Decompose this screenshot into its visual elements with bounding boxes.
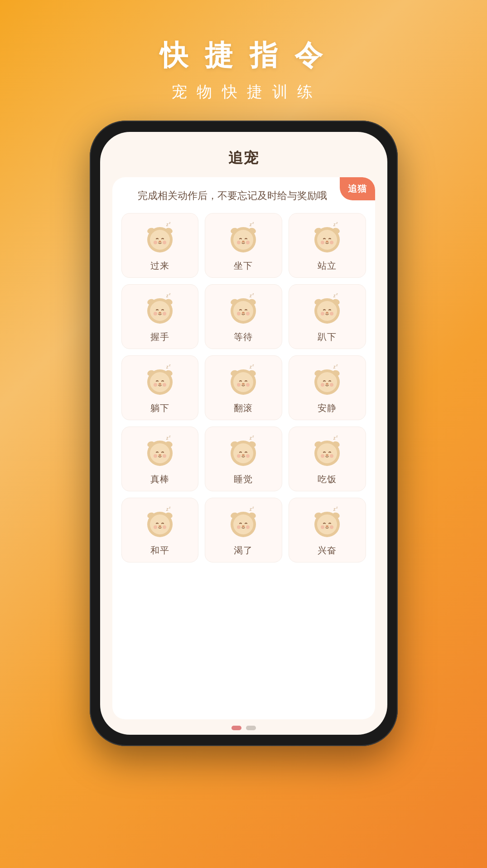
svg-point-79 — [321, 383, 324, 387]
svg-text:z: z — [333, 364, 336, 370]
svg-point-8 — [163, 241, 166, 244]
command-item[interactable]: z z 和平 — [121, 498, 199, 563]
svg-text:z: z — [166, 364, 169, 370]
svg-point-6 — [159, 241, 161, 242]
svg-text:z: z — [336, 505, 338, 509]
svg-point-16 — [237, 241, 241, 244]
svg-point-106 — [321, 454, 324, 458]
svg-point-88 — [154, 454, 157, 458]
command-label: 坐下 — [234, 260, 253, 272]
svg-point-96 — [242, 454, 245, 456]
command-label: 真棒 — [150, 473, 169, 485]
phone-screen: 追宠 追猫 完成相关动作后，不要忘记及时给与奖励哦 z z — [100, 132, 387, 735]
svg-point-43 — [237, 312, 241, 315]
command-label: 过来 — [150, 260, 169, 272]
svg-point-61 — [154, 383, 157, 387]
svg-point-25 — [321, 241, 324, 244]
pagination-dot-active — [231, 726, 241, 730]
pagination-dot-inactive — [246, 726, 256, 730]
pet-icon: z z — [142, 362, 178, 398]
svg-point-57 — [150, 372, 170, 392]
commands-grid: z z 过来 z z — [121, 213, 366, 563]
svg-point-69 — [242, 383, 245, 385]
svg-point-39 — [233, 301, 253, 321]
svg-text:z: z — [169, 291, 171, 296]
svg-point-24 — [326, 241, 328, 242]
svg-text:z: z — [252, 434, 254, 438]
svg-point-107 — [330, 454, 333, 458]
command-item[interactable]: z z 真棒 — [121, 427, 199, 491]
command-label: 站立 — [318, 260, 337, 272]
command-item[interactable]: z z 等待 — [205, 284, 282, 349]
svg-text:z: z — [333, 221, 336, 228]
pet-icon: z z — [225, 220, 261, 256]
svg-text:z: z — [252, 291, 254, 296]
command-item[interactable]: z z 躺下 — [121, 355, 199, 420]
svg-text:z: z — [252, 220, 254, 225]
svg-text:z: z — [336, 220, 338, 225]
svg-point-75 — [317, 372, 337, 392]
svg-text:z: z — [336, 434, 338, 438]
svg-point-133 — [321, 525, 324, 529]
svg-point-89 — [163, 454, 166, 458]
command-item[interactable]: z z 翻滚 — [205, 355, 282, 420]
pet-icon: z z — [225, 291, 261, 327]
command-label: 躺下 — [150, 402, 169, 414]
command-item[interactable]: z z 站立 — [289, 213, 366, 278]
command-item[interactable]: z z 安静 — [289, 355, 366, 420]
svg-point-60 — [159, 383, 161, 385]
svg-point-97 — [237, 454, 241, 458]
pagination — [231, 726, 256, 730]
pet-icon: z z — [142, 291, 178, 327]
svg-point-111 — [150, 514, 170, 534]
screen-title: 追宠 — [228, 148, 259, 168]
pet-icon: z z — [309, 433, 345, 470]
svg-text:z: z — [166, 506, 169, 512]
svg-text:z: z — [252, 363, 254, 367]
pet-icon: z z — [309, 504, 345, 541]
svg-text:z: z — [336, 363, 338, 367]
svg-text:z: z — [169, 220, 171, 225]
svg-point-35 — [163, 312, 166, 315]
command-item[interactable]: z z 趴下 — [289, 284, 366, 349]
svg-point-93 — [233, 443, 253, 463]
pet-icon: z z — [309, 220, 345, 256]
svg-text:z: z — [166, 221, 169, 228]
svg-point-71 — [246, 383, 250, 387]
svg-point-30 — [150, 301, 170, 321]
command-label: 睡觉 — [234, 473, 253, 485]
command-label: 趴下 — [318, 331, 337, 343]
main-subtitle: 宠 物 快 捷 训 练 — [160, 82, 328, 102]
header: 快 捷 指 令 宠 物 快 捷 训 练 — [160, 0, 328, 102]
command-item[interactable]: z z 睡觉 — [205, 427, 282, 491]
svg-text:z: z — [249, 221, 252, 228]
svg-point-134 — [330, 525, 333, 529]
main-title: 快 捷 指 令 — [160, 36, 328, 74]
svg-text:z: z — [249, 435, 252, 441]
pet-icon: z z — [309, 362, 345, 398]
banner-text: 完成相关动作后，不要忘记及时给与奖励哦 — [121, 186, 366, 205]
svg-point-80 — [330, 383, 333, 387]
svg-point-115 — [154, 525, 157, 529]
command-item[interactable]: z z 握手 — [121, 284, 199, 349]
svg-text:z: z — [249, 364, 252, 370]
svg-point-51 — [326, 312, 328, 314]
svg-point-52 — [321, 312, 324, 315]
svg-point-3 — [150, 230, 170, 250]
command-label: 吃饭 — [318, 473, 337, 485]
svg-point-15 — [242, 241, 245, 242]
command-item[interactable]: z z 过来 — [121, 213, 199, 278]
tag-badge[interactable]: 追猫 — [340, 177, 375, 200]
command-item[interactable]: z z 兴奋 — [289, 498, 366, 563]
command-item[interactable]: z z 吃饭 — [289, 427, 366, 491]
command-item[interactable]: z z 渴了 — [205, 498, 282, 563]
command-item[interactable]: z z 坐下 — [205, 213, 282, 278]
pet-icon: z z — [142, 433, 178, 470]
command-label: 渴了 — [234, 544, 253, 557]
pet-icon: z z — [309, 291, 345, 327]
pet-icon: z z — [225, 504, 261, 541]
svg-text:z: z — [252, 505, 254, 509]
svg-point-129 — [317, 514, 337, 534]
svg-point-78 — [326, 383, 328, 385]
pet-icon: z z — [142, 504, 178, 541]
